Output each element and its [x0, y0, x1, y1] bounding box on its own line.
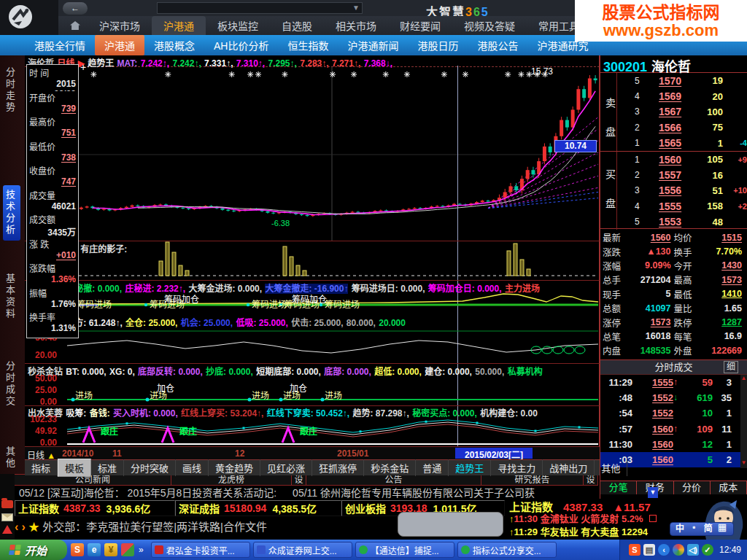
- subnav-hugangtong-xinwen[interactable]: 沪港通新闻: [338, 35, 408, 55]
- trade-row[interactable]: :481552↓61935: [600, 390, 747, 405]
- tray-sogou-icon[interactable]: S: [629, 544, 640, 556]
- newstab-gongsi-xinwen[interactable]: 公司新闻: [15, 475, 171, 485]
- news-settings-button[interactable]: 设: [584, 475, 598, 485]
- tray-page-icon[interactable]: ▤: [643, 544, 655, 556]
- toolbar-qushi-wang[interactable]: 趋势王: [449, 459, 491, 476]
- marquee-prev-icon[interactable]: ‹: [15, 521, 18, 533]
- subnav-hengsheng-zhishu[interactable]: 恒生指数: [278, 35, 338, 55]
- subnav-ah-bijia[interactable]: AH比价分析: [204, 35, 278, 55]
- sidebar-tab-fenshi-zoushi[interactable]: 分时走势: [3, 63, 20, 118]
- ask-row[interactable]: 5157019: [616, 73, 747, 88]
- toolbar-zhanshen-chudao[interactable]: 战神出刀: [543, 459, 595, 476]
- menu-caijing-yaowen[interactable]: 财经要闻: [388, 16, 452, 35]
- toolbar-xunzhao-zhuli[interactable]: 寻找主力: [491, 459, 543, 476]
- ticker-shangzheng[interactable]: 上证指数4387.333,936.6亿: [15, 500, 175, 516]
- tray-back-icon[interactable]: ‹: [658, 544, 670, 556]
- ask-row[interactable]: 4156920: [616, 88, 747, 104]
- newstab-longhubang[interactable]: 龙虎榜: [171, 475, 292, 485]
- news-more-button[interactable]: ▼: [648, 487, 658, 498]
- home-icon[interactable]: [70, 21, 80, 30]
- toolbar-biaozhun[interactable]: 标准: [91, 459, 124, 476]
- tray-volume-icon[interactable]: ◁): [687, 544, 699, 556]
- scroll-down-icon[interactable]: ▼: [740, 459, 747, 467]
- newstab-yanjiu-baogao[interactable]: 研究报告: [481, 475, 584, 485]
- sidebar-tab-fenshi-chengjiao[interactable]: 分时成交: [3, 357, 20, 412]
- tray-shield-icon[interactable]: ✓: [702, 544, 713, 556]
- trade-row[interactable]: 11:291555↑593: [600, 375, 747, 390]
- subnav-ganggu-quanhangqing[interactable]: 港股全行情: [25, 35, 95, 55]
- folder-icon[interactable]: [1, 500, 13, 508]
- sidebar-tab-jiben-ziliao[interactable]: 基本资料: [3, 269, 20, 324]
- toolbar-fenshi-tupo[interactable]: 分时突破: [124, 459, 176, 476]
- quicklaunch-ie-icon[interactable]: e: [88, 543, 101, 556]
- ask-row[interactable]: 2156675: [616, 120, 747, 135]
- tab-chengben[interactable]: 成本: [711, 481, 747, 494]
- tab-fenbi[interactable]: 分笔: [600, 481, 637, 494]
- task-junhong[interactable]: 君弘金卡投资平...: [151, 542, 250, 558]
- ticker-shenzheng[interactable]: 深证成指15180.944,385.5亿: [175, 500, 341, 516]
- task-zhongcheng[interactable]: 众成证券网上交...: [253, 542, 352, 558]
- toolbar-qita[interactable]: 其他: [595, 459, 627, 476]
- news-item[interactable]: 05/11 徐州海伦哲专用车辆股份有限公司关于子公司获: [293, 487, 535, 499]
- alert-checkbox[interactable]: [649, 515, 657, 522]
- bid-row[interactable]: 2155716: [616, 167, 747, 182]
- quote-title[interactable]: 300201海伦哲: [600, 55, 747, 73]
- toolbar-huangjin-qushi[interactable]: 黄金趋势: [209, 459, 260, 476]
- start-button[interactable]: 开始: [0, 540, 67, 560]
- toolbar-zhibiao[interactable]: 指标: [25, 459, 58, 476]
- tab-fenjia[interactable]: 分价: [674, 481, 711, 494]
- chevron-down-icon[interactable]: ▼: [352, 4, 360, 12]
- quicklaunch-pictures-icon[interactable]: [121, 543, 134, 556]
- quicklaunch-coin-icon[interactable]: ¥: [104, 543, 117, 556]
- task-tongdaxin[interactable]: 【通达信】捕捉...: [355, 542, 454, 558]
- bid-row[interactable]: 3155651+10: [616, 183, 747, 198]
- taskbar-clock[interactable]: 12:49: [719, 545, 741, 555]
- ask-row[interactable]: 115651-4: [616, 136, 747, 151]
- tray-browser-icon[interactable]: [673, 544, 684, 556]
- symbol-search-input[interactable]: ▼: [157, 2, 363, 14]
- menu-xiangguan-shichang[interactable]: 相关市场: [324, 16, 388, 35]
- toolbar-kuangzhua-zhangting[interactable]: 狂抓涨停: [312, 459, 364, 476]
- bid-row[interactable]: 11560105+9: [616, 152, 747, 167]
- bid-row[interactable]: 41555158+2: [616, 198, 747, 214]
- news-marquee[interactable]: ‹ › ★ 外交部：李克强拉美行望签|两洋铁路|合作文件: [15, 516, 394, 538]
- bid-row[interactable]: 5155348: [616, 214, 747, 230]
- collapsed-popup[interactable]: [398, 512, 503, 537]
- ime-toolbar[interactable]: 中 ﹡ 简 ▦: [670, 522, 734, 536]
- sidebar-tab-qita[interactable]: 其他: [3, 442, 20, 474]
- menu-zixuangu[interactable]: 自选股: [270, 16, 324, 35]
- subnav-ganggu-gonggao[interactable]: 港股公告: [468, 35, 527, 55]
- trades-scrollbar[interactable]: ▲▼: [740, 375, 747, 468]
- ask-row[interactable]: 31567100: [616, 104, 747, 120]
- yimuliaoran-panel[interactable]: [25, 328, 600, 363]
- miaosha-jinzuan-panel[interactable]: [25, 375, 600, 405]
- quicklaunch-sogou-icon[interactable]: S: [71, 543, 84, 556]
- menu-hushen-shichang[interactable]: 沪深市场: [88, 16, 152, 35]
- toolbar-jianhong-bizhang[interactable]: 见红必涨: [260, 459, 312, 476]
- trades-list[interactable]: 11:291555↑593 :481552↓61935 :541552101 :…: [600, 375, 747, 468]
- warning-icon[interactable]: [2, 525, 12, 534]
- news-item[interactable]: 05/12 [深互动]海伦哲： 2015年5月8日投资者关系活动记:: [19, 487, 276, 499]
- toolbar-putong[interactable]: 普通: [416, 459, 449, 476]
- subnav-ganggu-rili[interactable]: 港股日历: [408, 35, 468, 55]
- menu-shipin-dayi[interactable]: 视频及答疑: [452, 16, 527, 35]
- trade-row[interactable]: :541552101: [600, 405, 747, 421]
- subnav-hugangtong[interactable]: 沪港通: [95, 35, 144, 55]
- menu-hugangtong[interactable]: 沪港通: [152, 16, 206, 35]
- subnav-ganggu-gainian[interactable]: 港股概念: [144, 35, 204, 55]
- trade-row[interactable]: :571560↑10911: [600, 421, 747, 436]
- trade-row[interactable]: 11:301560121: [600, 437, 747, 452]
- news-settings-button[interactable]: 设: [292, 475, 306, 485]
- detail-button[interactable]: 细: [724, 361, 738, 373]
- menu-bankuai-jiankong[interactable]: 板块监控: [206, 16, 270, 35]
- app-logo-icon[interactable]: [0, 0, 58, 35]
- chart-area[interactable]: 海伦哲 日线 ▶ 趋势王 MAT: 7.242↑, 7.242↑, 7.331↑…: [25, 55, 600, 475]
- back-button[interactable]: ←: [63, 2, 88, 15]
- toolbar-miaosha-jinzuan[interactable]: 秒杀金钻: [364, 459, 416, 476]
- scroll-up-icon[interactable]: ▲: [740, 375, 747, 382]
- sidebar-tab-jishu-fenxi[interactable]: 技术分析: [3, 185, 20, 241]
- newstab-gonggao[interactable]: 公告: [306, 475, 481, 485]
- toolbar-moban[interactable]: 模板: [58, 459, 91, 477]
- mail-icon[interactable]: [1, 513, 13, 521]
- toolbar-huaxian[interactable]: 画线: [176, 459, 209, 476]
